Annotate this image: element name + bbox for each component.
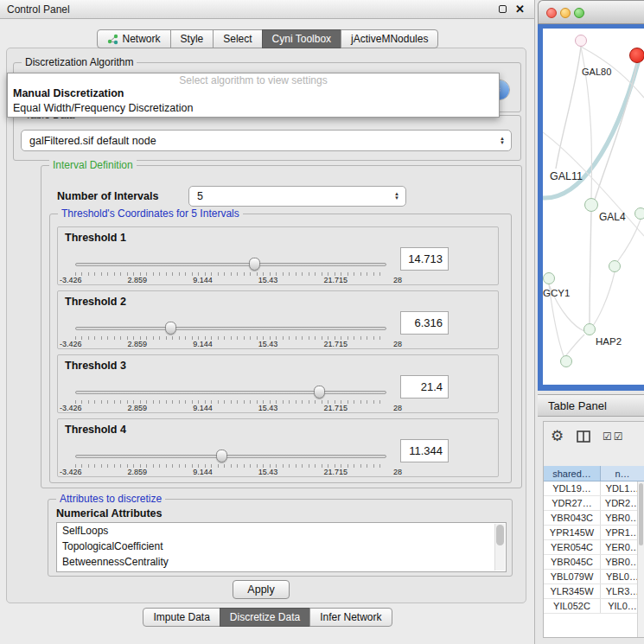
scale-label: 15.43: [258, 276, 278, 284]
node-label: GAL4: [599, 211, 626, 223]
table-header-row: shared… n…: [544, 466, 644, 481]
table-data-select[interactable]: galFiltered.sif default node ▲ ▼: [21, 130, 512, 151]
dropdown-option-equal-width[interactable]: Equal Width/Frequency Discretization: [8, 101, 499, 116]
table-row[interactable]: YBR043CYBR0…: [544, 511, 644, 526]
tab-select[interactable]: Select: [213, 29, 262, 48]
scale-label: -3.426: [60, 276, 82, 284]
threshold-value-field[interactable]: 21.4: [400, 375, 449, 399]
dropdown-option-manual[interactable]: Manual Discretization: [8, 86, 499, 101]
list-scrollbar[interactable]: [494, 524, 505, 571]
table-scrollbar[interactable]: [637, 481, 644, 637]
thresholds-group-title: Threshold's Coordinates for 5 Intervals: [58, 207, 243, 220]
threshold-value-field[interactable]: 14.713: [400, 247, 449, 271]
gear-icon[interactable]: ⚙: [551, 427, 564, 445]
slider-thumb[interactable]: [314, 386, 325, 399]
combo-stepper-icon[interactable]: ▲ ▼: [394, 192, 399, 201]
scale-label: 15.43: [258, 468, 278, 476]
close-traffic-light-icon[interactable]: [546, 8, 557, 18]
threshold-panel-2: Threshold 2 -3.4262.8599.14415.4321.7152…: [57, 290, 499, 349]
network-node[interactable]: [584, 198, 598, 212]
slider-scale: -3.4262.8599.14415.4321.71528: [60, 340, 402, 348]
tab-label: Discretize Data: [230, 611, 300, 623]
slider-track[interactable]: [75, 263, 386, 266]
table-row[interactable]: YER054CYER0…: [544, 540, 644, 555]
tab-impute-data[interactable]: Impute Data: [143, 608, 220, 627]
table-cell[interactable]: YER054C: [544, 540, 601, 554]
slider-track[interactable]: [75, 327, 386, 330]
column-header[interactable]: shared…: [544, 466, 601, 481]
threshold-slider[interactable]: [75, 449, 386, 464]
threshold-slider[interactable]: [75, 321, 386, 336]
minimize-traffic-light-icon[interactable]: [560, 8, 571, 18]
threshold-value-field[interactable]: 11.344: [400, 439, 449, 462]
table-cell[interactable]: YDR27…: [544, 496, 601, 510]
select-columns-icon[interactable]: ☑☑: [603, 430, 625, 443]
window-title: Control Panel: [7, 3, 70, 16]
slider-thumb[interactable]: [165, 322, 176, 335]
table-cell[interactable]: YBR045C: [544, 555, 601, 569]
zoom-traffic-light-icon[interactable]: [574, 8, 584, 18]
slider-thumb[interactable]: [249, 258, 260, 271]
tab-label: Impute Data: [153, 611, 209, 623]
table-panel-header[interactable]: Table Panel: [538, 394, 644, 417]
tab-cyni-toolbox[interactable]: Cyni Toolbox: [262, 29, 341, 48]
network-node[interactable]: [543, 272, 555, 284]
table-row[interactable]: YDL19…YDL1…: [544, 481, 644, 496]
threshold-slider[interactable]: [75, 385, 386, 400]
table-cell[interactable]: YLR345W: [544, 584, 601, 598]
table-cell[interactable]: YBL079W: [544, 570, 601, 583]
threshold-value-field[interactable]: 6.316: [400, 311, 449, 335]
num-intervals-select[interactable]: 5 ▲ ▼: [188, 186, 406, 207]
threshold-slider[interactable]: [75, 257, 386, 272]
list-item[interactable]: BetweennessCentrality: [57, 554, 506, 570]
list-item[interactable]: SelfLoops: [57, 523, 506, 539]
scale-label: 9.144: [193, 468, 213, 476]
scale-label: 21.715: [323, 404, 348, 412]
table-row[interactable]: YPR145WYPR1…: [544, 526, 644, 540]
table-cell[interactable]: YPR145W: [544, 526, 601, 539]
float-window-icon[interactable]: [499, 5, 507, 13]
tab-jactivemodules[interactable]: jActiveMNodules: [341, 29, 438, 48]
combo-stepper-icon[interactable]: ▲ ▼: [500, 137, 505, 145]
threshold-panel-3: Threshold 3 -3.4262.8599.14415.4321.7152…: [57, 354, 499, 413]
network-node-selected[interactable]: [629, 48, 644, 63]
network-canvas[interactable]: GAL80 GAL11 GAL4 GCY1 HAP2: [543, 29, 644, 385]
column-header[interactable]: n…: [601, 466, 644, 481]
scrollbar-thumb[interactable]: [496, 525, 504, 545]
network-node[interactable]: [583, 323, 596, 335]
table-cell[interactable]: YDL19…: [544, 481, 601, 495]
network-node[interactable]: [634, 207, 644, 220]
network-node[interactable]: [575, 35, 587, 47]
slider-track[interactable]: [75, 391, 386, 394]
table-row[interactable]: YBL079WYBL0…: [544, 570, 644, 584]
network-node[interactable]: [609, 260, 621, 272]
scale-label: 28: [393, 468, 402, 476]
tab-infer-network[interactable]: Infer Network: [309, 608, 392, 627]
scale-label: -3.426: [60, 340, 82, 348]
node-label: GAL80: [582, 67, 611, 77]
network-window-titlebar[interactable]: [538, 0, 644, 24]
network-node[interactable]: [560, 355, 572, 367]
slider-thumb[interactable]: [216, 450, 227, 462]
tab-label: Infer Network: [320, 611, 381, 623]
tab-network[interactable]: Network: [97, 29, 171, 48]
table-row[interactable]: YDR27…YDR2…: [544, 496, 644, 511]
scale-label: 21.715: [323, 468, 348, 476]
tab-discretize-data[interactable]: Discretize Data: [220, 608, 310, 627]
top-tab-bar: Network Style Select Cyni Toolbox jActiv…: [0, 29, 535, 48]
tab-style[interactable]: Style: [170, 29, 214, 48]
control-panel-titlebar[interactable]: Control Panel ✕: [0, 0, 534, 19]
table-row[interactable]: YLR345WYLR3…: [544, 584, 644, 599]
list-item[interactable]: TopologicalCoefficient: [57, 539, 506, 554]
table-cell[interactable]: YBR043C: [544, 511, 601, 525]
columns-icon[interactable]: [577, 430, 590, 446]
close-icon[interactable]: ✕: [515, 3, 525, 16]
apply-button[interactable]: Apply: [233, 580, 290, 599]
scale-label: 9.144: [193, 404, 213, 412]
scrollbar-thumb[interactable]: [639, 483, 643, 545]
slider-track[interactable]: [75, 455, 386, 458]
table-row[interactable]: YIL052CYIL0…: [544, 599, 644, 614]
table-cell[interactable]: YIL052C: [544, 599, 601, 613]
table-row[interactable]: YBR045CYBR0…: [544, 555, 644, 570]
algorithm-group-title: Discretization Algorithm: [22, 56, 137, 68]
